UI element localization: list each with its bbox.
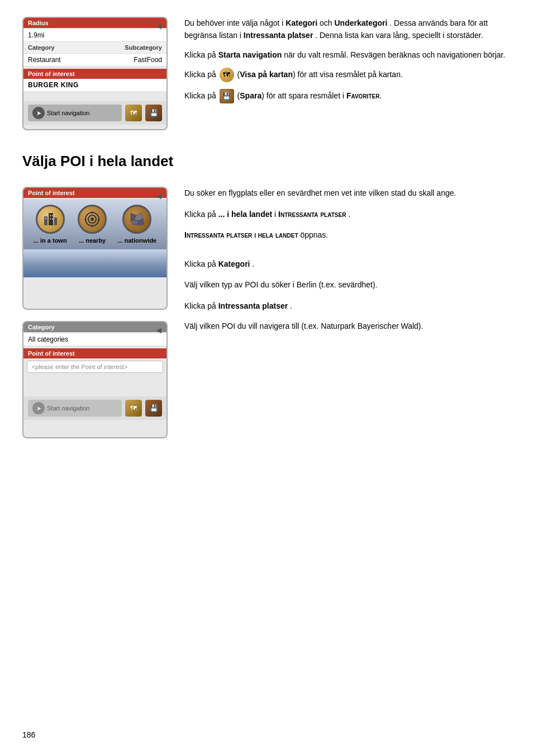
svg-rect-6 — [50, 218, 51, 220]
nearby-btn[interactable]: ... nearby — [78, 205, 107, 244]
top-para-3: Klicka på 🗺 (Visa på kartan) för att vis… — [184, 68, 511, 82]
svg-rect-4 — [50, 215, 51, 216]
nationwide-label: ... nationwide — [118, 237, 157, 244]
map-icon-inline: 🗺 — [220, 68, 234, 82]
cat-screen-poi-input[interactable]: <please enter the Point of interest> — [27, 361, 163, 373]
cat-start-navigation-btn[interactable]: ➤ Start navigation — [28, 400, 122, 417]
top-text-block: Du behöver inte välja något i Kategori o… — [184, 17, 511, 130]
bottom-text-column: Du söker en flygplats eller en sevärdhet… — [184, 187, 511, 438]
bottom-section: Point of interest — [22, 187, 511, 438]
poi-value: BURGER KING — [23, 79, 166, 91]
save-btn[interactable]: 💾 — [145, 105, 162, 121]
cat-save-btn[interactable]: 💾 — [145, 400, 162, 417]
map-view-btn[interactable]: 🗺 — [125, 105, 142, 121]
subcategory-value: FastFood — [134, 56, 162, 64]
svg-rect-5 — [52, 215, 53, 216]
svg-rect-3 — [45, 218, 46, 219]
bottom-para-5: Välj vilken typ av POI du söker i Berlin… — [184, 278, 511, 291]
section-heading: Välja POI i hela landet — [22, 153, 511, 170]
bottom-para-1: Du söker en flygplats eller en sevärdhet… — [184, 187, 511, 199]
cat-screen-poi-label: Point of interest — [23, 348, 166, 358]
cat-screen-value: All categories — [23, 333, 166, 346]
svg-rect-7 — [52, 218, 53, 220]
top-section: Radius 1.9mi Category Subcategory Restau… — [22, 17, 511, 130]
top-para-1: Du behöver inte välja något i Kategori o… — [184, 17, 511, 42]
bottom-para-6: Klicka på Intressanta platser . — [184, 300, 511, 312]
radius-value: 1.9mi — [23, 29, 166, 42]
poi-label: Point of interest — [23, 69, 166, 79]
save-icon-inline: 💾 — [220, 89, 234, 103]
cat-screen-label: Category — [23, 322, 166, 332]
poi-device-screen: Point of interest — [22, 187, 168, 310]
in-a-town-icon — [36, 205, 65, 234]
screens-column: Point of interest — [22, 187, 168, 438]
subcategory-header: Subcategory — [125, 44, 162, 51]
nationwide-icon — [122, 205, 151, 234]
in-a-town-btn[interactable]: ... in a town — [34, 205, 67, 244]
bottom-para-3: Intressanta platser i hela landet öppnas… — [184, 229, 511, 241]
category-value: Restaurant — [28, 56, 134, 64]
cat-device-screen: Category All categories Point of interes… — [22, 321, 168, 438]
nav-bar: ➤ Start navigation 🗺 💾 — [23, 101, 166, 125]
bottom-para-4: Klicka på Kategori . — [184, 258, 511, 270]
bottom-para-2: Klicka på ... i hela landet i Intressant… — [184, 208, 511, 220]
page-number: 186 — [22, 730, 35, 739]
top-device-screen: Radius 1.9mi Category Subcategory Restau… — [22, 17, 168, 130]
cat-nav-btn-label: Start navigation — [47, 405, 89, 412]
start-navigation-btn[interactable]: ➤ Start navigation — [28, 105, 122, 121]
cat-map-view-btn[interactable]: 🗺 — [125, 400, 142, 417]
page-layout: Radius 1.9mi Category Subcategory Restau… — [22, 17, 511, 438]
top-para-4: Klicka på 💾 (Spara) för att spara resmål… — [184, 89, 511, 103]
bottom-para-7: Välj vilken POI du vill navigera till (t… — [184, 320, 511, 332]
category-header: Category — [28, 44, 125, 51]
cat-subcat-header: Category Subcategory — [23, 42, 166, 54]
nav-btn-label: Start navigation — [47, 110, 89, 116]
nearby-icon — [78, 205, 107, 234]
cat-nav-bar: ➤ Start navigation 🗺 💾 — [23, 396, 166, 420]
nationwide-btn[interactable]: ... nationwide — [118, 205, 157, 244]
top-para-2: Klicka på Starta navigation när du valt … — [184, 49, 511, 61]
waves-bg — [23, 249, 166, 277]
nav-arrow-icon: ➤ — [32, 107, 45, 119]
in-a-town-label: ... in a town — [34, 237, 67, 244]
svg-point-10 — [91, 218, 94, 221]
cat-nav-arrow-icon: ➤ — [32, 402, 45, 414]
poi-screen-label: Point of interest — [23, 188, 166, 198]
radius-label: Radius — [23, 18, 166, 28]
poi-icons-area: ... in a town — [23, 199, 166, 249]
svg-rect-2 — [54, 218, 57, 225]
cat-data-row: Restaurant FastFood — [23, 54, 166, 67]
nearby-label: ... nearby — [79, 237, 106, 244]
